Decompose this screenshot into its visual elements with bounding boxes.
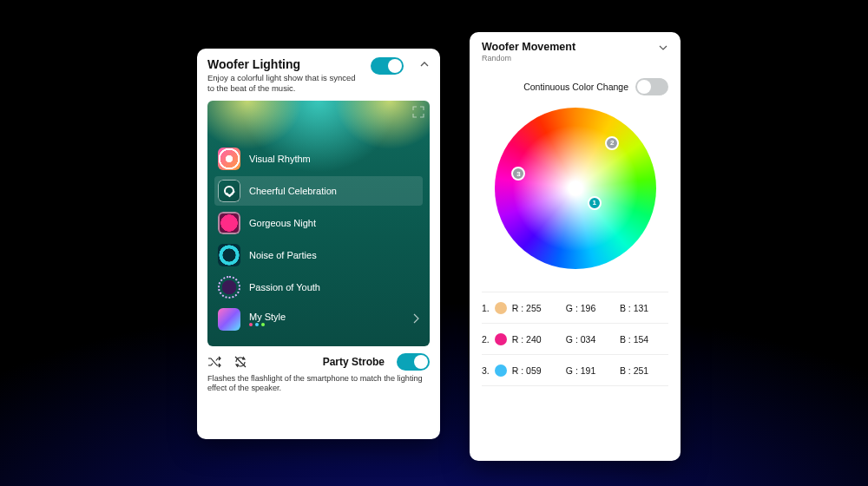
expand-icon[interactable] xyxy=(412,106,424,122)
mode-list: Visual Rhythm Cheerful Celebration Gorge… xyxy=(207,144,430,343)
color-pin-3[interactable]: 3 xyxy=(511,167,525,181)
mode-item[interactable]: Visual Rhythm xyxy=(214,144,423,174)
party-strobe-label: Party Strobe xyxy=(323,356,385,368)
party-strobe-toggle[interactable] xyxy=(397,353,430,371)
mode-thumb-icon xyxy=(218,180,240,202)
mode-thumb-icon xyxy=(218,148,240,170)
mode-label: Visual Rhythm xyxy=(249,154,311,164)
mode-thumb-icon xyxy=(218,308,240,331)
mode-thumb-icon xyxy=(218,276,240,299)
woofer-lighting-card: Woofer Lighting Enjoy a colorful light s… xyxy=(197,49,440,439)
mode-preview-panel: Visual Rhythm Cheerful Celebration Gorge… xyxy=(207,101,430,346)
chevron-up-icon[interactable] xyxy=(419,59,430,69)
swatch-icon xyxy=(495,364,507,377)
swatch-icon xyxy=(495,302,507,314)
mode-item[interactable]: Noise of Parties xyxy=(214,240,423,270)
mode-item[interactable]: Passion of Youth xyxy=(214,273,423,302)
woofer-lighting-toggle[interactable] xyxy=(371,57,404,75)
sync-off-icon[interactable] xyxy=(233,355,247,369)
mode-item[interactable]: Cheerful Celebration xyxy=(214,176,423,206)
rgb-row[interactable]: 1. R : 255 G : 196 B : 131 xyxy=(482,292,668,324)
mode-thumb-icon xyxy=(218,244,240,266)
color-dots-icon xyxy=(249,323,286,326)
mode-label: Noise of Parties xyxy=(249,250,317,260)
card-subtitle: Enjoy a colorful light show that is sync… xyxy=(207,73,359,94)
color-wheel[interactable]: 1 2 3 xyxy=(495,108,656,269)
card-title: Woofer Lighting xyxy=(207,57,359,71)
card-title: Woofer Movement xyxy=(482,41,575,53)
mode-label: My Style xyxy=(249,312,286,322)
rgb-row[interactable]: 3. R : 059 G : 191 B : 251 xyxy=(482,355,668,386)
continuous-color-change-toggle[interactable] xyxy=(635,78,668,95)
shuffle-icon[interactable] xyxy=(207,355,221,369)
mode-item[interactable]: My Style xyxy=(214,305,423,334)
woofer-movement-card: Woofer Movement Random Continuous Color … xyxy=(470,32,681,461)
color-pin-2[interactable]: 2 xyxy=(605,136,619,150)
party-strobe-desc: Flashes the flashlight of the smartphone… xyxy=(207,374,430,394)
card-subtitle: Random xyxy=(482,54,575,62)
chevron-down-icon[interactable] xyxy=(658,41,668,56)
mode-label: Passion of Youth xyxy=(249,282,320,292)
mode-label: Cheerful Celebration xyxy=(249,186,337,196)
color-pin-1[interactable]: 1 xyxy=(588,196,602,210)
mode-item[interactable]: Gorgeous Night xyxy=(214,208,423,238)
continuous-color-change-label: Continuous Color Change xyxy=(523,82,628,92)
mode-label: Gorgeous Night xyxy=(249,218,316,228)
swatch-icon xyxy=(495,333,507,345)
mode-thumb-icon xyxy=(218,212,240,234)
rgb-row[interactable]: 2. R : 240 G : 034 B : 154 xyxy=(482,324,668,355)
chevron-right-icon xyxy=(412,312,419,327)
rgb-table: 1. R : 255 G : 196 B : 131 2. R : 240 G … xyxy=(482,292,668,386)
